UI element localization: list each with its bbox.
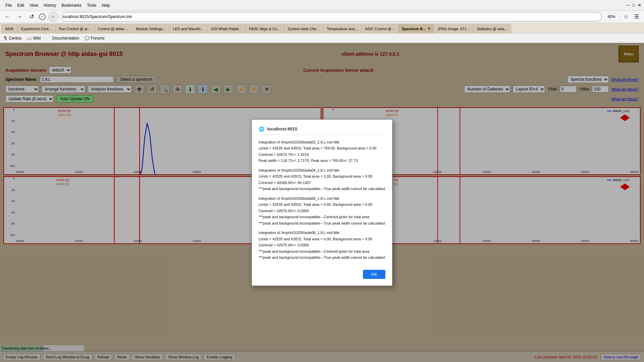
bookmark-wiki[interactable]: 📖 Wiki (27, 36, 41, 41)
bookmark-btn[interactable]: ☆ (621, 12, 631, 21)
modal-overlay: 🌐 localhost:8015 Integration of /tmp/tcl… (0, 43, 644, 362)
modal-header: 🌐 localhost:8015 (259, 126, 385, 135)
modal-line-2-3: ***peak and background incompatible---Tr… (259, 186, 385, 192)
modal-line-1-1: Limits = 42535 and 42815, Total area = 7… (259, 145, 385, 151)
tab-aida[interactable]: AIDA (1, 24, 17, 33)
menu-tools[interactable]: Tools (87, 3, 96, 8)
modal-line-4-1: Limits = 42535 and 42815, Total area = 0… (259, 236, 385, 242)
modal-dialog: 🌐 localhost:8015 Integration of /tmp/tcl… (252, 119, 392, 286)
tab-statistics[interactable]: Statistics @ aida... (473, 24, 511, 33)
tab-control[interactable]: Control @ aidas-... (94, 24, 132, 33)
bookmark-forums[interactable]: 💬 Forums (85, 36, 104, 41)
modal-footer: OK (259, 270, 385, 279)
browser-menu: File Edit View History Bookmarks Tools H… (3, 3, 113, 8)
modal-line-1-3: Peak width = 118.73+/- 2.7170, Peak area… (259, 158, 385, 164)
modal-line-1-2: Centroid = 42672.70+/- 1.8219 (259, 152, 385, 158)
modal-section-1: Integration of /tmp/tcl10258/aida02_1.8.… (259, 139, 385, 164)
modal-body: Integration of /tmp/tcl10258/aida02_1.8.… (259, 139, 385, 264)
tab-led[interactable]: LED and Wavefo... (169, 24, 207, 33)
bookmarks-bar: 🐧 Centos 📖 Wiki 📄 Documentation 💬 Forums (0, 34, 644, 43)
modal-line-2-1: Limits = 42535 and 42815, Total area = 2… (259, 174, 385, 179)
reload-nav-btn[interactable]: ↺ (27, 12, 36, 21)
forward-btn[interactable]: → (15, 12, 24, 21)
modal-line-4-3: ***peak and background incompatible---Ce… (259, 249, 385, 254)
tab-gsi[interactable]: GSI White Rabbi... (207, 24, 245, 33)
modal-line-3-0: Integration of /tmp/tcl10258/aida06_1.8.… (259, 196, 385, 201)
modal-line-4-2: Centroid = 42675.00+/- 0.0000 (259, 242, 385, 248)
modal-line-4-0: Integration of /tmp/tcl10258/aida08_1.8.… (259, 230, 385, 236)
modal-line-1-0: Integration of /tmp/tcl10258/aida02_1.8.… (259, 139, 385, 145)
menu-help[interactable]: Help (102, 3, 110, 8)
menu-view[interactable]: View (30, 3, 38, 8)
tab-png[interactable]: (PNG Image, 671... (434, 24, 473, 33)
modal-line-3-3: ***peak and background incompatible---Ce… (259, 214, 385, 220)
bookmark-docs[interactable]: 📄 Documentation (46, 36, 79, 41)
modal-line-3-2: Centroid = 42675.00+/- 0.0000 (259, 208, 385, 214)
modal-line-2-0: Integration of /tmp/tcl10258/aida04_1.8.… (259, 168, 385, 173)
modal-title: localhost:8015 (267, 126, 297, 131)
modal-section-3: Integration of /tmp/tcl10258/aida06_1.8.… (259, 196, 385, 226)
zoom-indicator: 90% (604, 13, 619, 20)
menu-edit[interactable]: Edit (17, 3, 24, 8)
browser-titlebar: File Edit View History Bookmarks Tools H… (0, 0, 644, 11)
tab-close-icon[interactable]: ✕ (428, 27, 430, 31)
menu-bookmarks[interactable]: Bookmarks (61, 3, 82, 8)
tab-run-control[interactable]: Run Control @ ai... (55, 24, 94, 33)
tab-experiment[interactable]: Experiment Cont... (17, 24, 55, 33)
globe-icon: 🌐 (259, 126, 264, 132)
modal-line-4-4: ***peak and background incompatible---Tr… (259, 255, 385, 260)
tab-module-settings[interactable]: Module Settings... (132, 24, 169, 33)
tab-temperature[interactable]: Temperature and... (323, 24, 361, 33)
url-bar[interactable] (61, 12, 602, 21)
bookmark-centos[interactable]: 🐧 Centos (3, 36, 21, 41)
modal-section-4: Integration of /tmp/tcl10258/aida08_1.8.… (259, 230, 385, 260)
close-btn[interactable]: ✕ (638, 3, 641, 8)
bookmark-star-icon: ☆ (48, 12, 58, 21)
menu-history[interactable]: History (44, 3, 56, 8)
tab-system[interactable]: System wide Che... (284, 24, 323, 33)
back-btn[interactable]: ← (3, 12, 12, 21)
maximize-btn[interactable]: □ (632, 3, 635, 8)
tab-asic[interactable]: ASIC Control @... (362, 24, 398, 33)
home-btn[interactable]: ⌂ (39, 13, 46, 20)
tabs-bar: AIDA Experiment Cont... Run Control @ ai… (0, 23, 644, 34)
tab-fadc[interactable]: FADC Align & Co... (245, 24, 284, 33)
ok-btn[interactable]: OK (363, 270, 385, 279)
menu-icon-btn[interactable]: ☰ (632, 12, 641, 21)
modal-line-2-2: Centroid = 42666.00+/- 84.1457 (259, 180, 385, 186)
modal-line-3-4: ***peak and background incompatible---Tr… (259, 221, 385, 226)
modal-section-2: Integration of /tmp/tcl10258/aida04_1.8.… (259, 168, 385, 192)
page-content: Spectrum Browser @ http aidas-gsi 8015 c… (0, 43, 644, 362)
menu-file[interactable]: File (5, 3, 12, 8)
minimize-btn[interactable]: ─ (626, 3, 629, 8)
modal-line-3-1: Limits = 42535 and 42815, Total area = 0… (259, 202, 385, 207)
tab-spectrum-browser[interactable]: Spectrum B... ✕ (398, 24, 434, 33)
browser-toolbar: ← → ↺ ⌂ ☆ 90% ☆ ☰ (0, 11, 644, 23)
